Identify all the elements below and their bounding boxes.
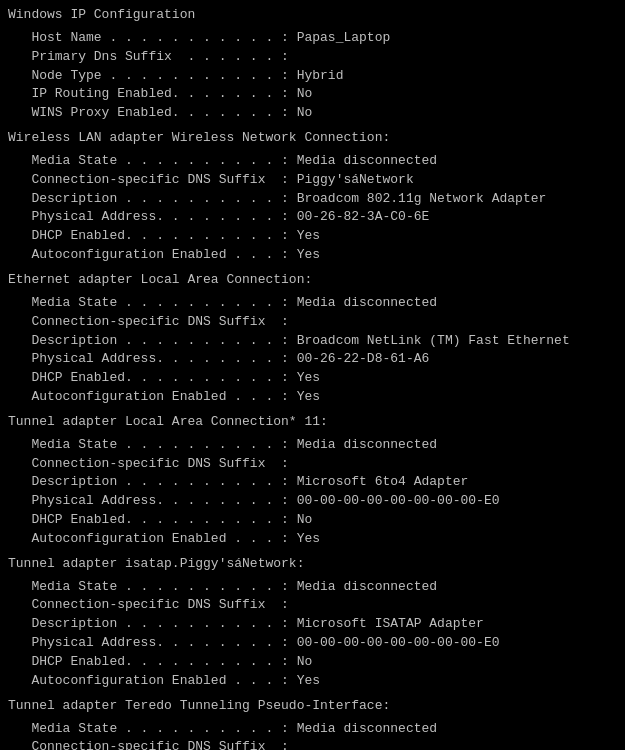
row-value: Media disconnected [289,436,437,455]
row-value: 00-00-00-00-00-00-00-00-E0 [289,492,500,511]
config-row: IP Routing Enabled. . . . . . . : No [8,85,617,104]
row-value: Yes [289,227,320,246]
row-label: Node Type . . . . . . . . . . . : [8,67,289,86]
config-row: Media State . . . . . . . . . . : Media … [8,578,617,597]
section-header: Wireless LAN adapter Wireless Network Co… [8,129,617,148]
row-value: No [289,653,312,672]
row-label: IP Routing Enabled. . . . . . . : [8,85,289,104]
config-row: Autoconfiguration Enabled . . . : Yes [8,530,617,549]
config-row: Description . . . . . . . . . . : Micros… [8,473,617,492]
row-value: Yes [289,369,320,388]
row-label: Primary Dns Suffix . . . . . . : [8,48,289,67]
row-label: DHCP Enabled. . . . . . . . . . : [8,511,289,530]
row-value: Media disconnected [289,152,437,171]
config-row: Connection-specific DNS Suffix : [8,455,617,474]
row-label: DHCP Enabled. . . . . . . . . . : [8,227,289,246]
blank-line [8,549,617,553]
row-label: Description . . . . . . . . . . : [8,190,289,209]
config-row: Physical Address. . . . . . . . : 00-26-… [8,208,617,227]
row-label: Media State . . . . . . . . . . : [8,152,289,171]
row-label: Description . . . . . . . . . . : [8,473,289,492]
row-value: Piggy'sáNetwork [289,171,414,190]
config-row: Autoconfiguration Enabled . . . : Yes [8,388,617,407]
terminal-window: Windows IP Configuration Host Name . . .… [8,6,617,750]
blank-line [8,123,617,127]
row-value: Media disconnected [289,720,437,739]
row-label: Autoconfiguration Enabled . . . : [8,246,289,265]
section-header: Tunnel adapter isatap.Piggy'sáNetwork: [8,555,617,574]
row-value: No [289,85,312,104]
row-label: Media State . . . . . . . . . . : [8,294,289,313]
row-label: Media State . . . . . . . . . . : [8,578,289,597]
config-row: DHCP Enabled. . . . . . . . . . : Yes [8,369,617,388]
row-value: Broadcom NetLink (TM) Fast Ethernet [289,332,570,351]
config-row: Connection-specific DNS Suffix : [8,313,617,332]
section-header: Windows IP Configuration [8,6,617,25]
config-row: Physical Address. . . . . . . . : 00-00-… [8,634,617,653]
row-value: Yes [289,246,320,265]
config-row: Media State . . . . . . . . . . : Media … [8,152,617,171]
row-value: Yes [289,672,320,691]
row-value: Media disconnected [289,294,437,313]
row-value: Hybrid [289,67,344,86]
row-label: Media State . . . . . . . . . . : [8,436,289,455]
blank-line [8,407,617,411]
config-row: WINS Proxy Enabled. . . . . . . : No [8,104,617,123]
blank-line [8,265,617,269]
section-header: Tunnel adapter Teredo Tunneling Pseudo-I… [8,697,617,716]
config-row: DHCP Enabled. . . . . . . . . . : No [8,511,617,530]
row-label: Physical Address. . . . . . . . : [8,350,289,369]
row-value: Broadcom 802.11g Network Adapter [289,190,546,209]
row-value: No [289,104,312,123]
config-row: Media State . . . . . . . . . . : Media … [8,436,617,455]
row-value: 00-26-82-3A-C0-6E [289,208,429,227]
row-label: Description . . . . . . . . . . : [8,332,289,351]
row-value: 00-00-00-00-00-00-00-00-E0 [289,634,500,653]
row-value: Yes [289,530,320,549]
row-label: Media State . . . . . . . . . . : [8,720,289,739]
config-row: Autoconfiguration Enabled . . . : Yes [8,672,617,691]
config-row: Physical Address. . . . . . . . : 00-00-… [8,492,617,511]
row-value: 00-26-22-D8-61-A6 [289,350,429,369]
row-label: Connection-specific DNS Suffix : [8,171,289,190]
config-row: DHCP Enabled. . . . . . . . . . : No [8,653,617,672]
row-label: Description . . . . . . . . . . : [8,615,289,634]
row-label: DHCP Enabled. . . . . . . . . . : [8,653,289,672]
row-value: No [289,511,312,530]
blank-line [8,691,617,695]
config-row: Media State . . . . . . . . . . : Media … [8,720,617,739]
row-label: Physical Address. . . . . . . . : [8,492,289,511]
row-label: Connection-specific DNS Suffix : [8,313,289,332]
config-row: Connection-specific DNS Suffix : [8,738,617,750]
row-label: Connection-specific DNS Suffix : [8,738,289,750]
config-row: Description . . . . . . . . . . : Broadc… [8,332,617,351]
config-row: Media State . . . . . . . . . . : Media … [8,294,617,313]
row-label: DHCP Enabled. . . . . . . . . . : [8,369,289,388]
row-label: Physical Address. . . . . . . . : [8,634,289,653]
config-row: Description . . . . . . . . . . : Micros… [8,615,617,634]
config-row: Connection-specific DNS Suffix : Piggy's… [8,171,617,190]
row-label: Autoconfiguration Enabled . . . : [8,530,289,549]
row-value: Papas_Laptop [289,29,390,48]
config-row: Host Name . . . . . . . . . . . : Papas_… [8,29,617,48]
row-label: WINS Proxy Enabled. . . . . . . : [8,104,289,123]
row-value: Media disconnected [289,578,437,597]
section-header: Tunnel adapter Local Area Connection* 11… [8,413,617,432]
row-value: Yes [289,388,320,407]
row-label: Connection-specific DNS Suffix : [8,455,289,474]
row-label: Host Name . . . . . . . . . . . : [8,29,289,48]
config-row: Physical Address. . . . . . . . : 00-26-… [8,350,617,369]
row-label: Physical Address. . . . . . . . : [8,208,289,227]
config-row: Node Type . . . . . . . . . . . : Hybrid [8,67,617,86]
config-row: DHCP Enabled. . . . . . . . . . : Yes [8,227,617,246]
row-label: Autoconfiguration Enabled . . . : [8,388,289,407]
config-row: Description . . . . . . . . . . : Broadc… [8,190,617,209]
config-row: Connection-specific DNS Suffix : [8,596,617,615]
row-label: Autoconfiguration Enabled . . . : [8,672,289,691]
section-header: Ethernet adapter Local Area Connection: [8,271,617,290]
row-value: Microsoft 6to4 Adapter [289,473,468,492]
row-label: Connection-specific DNS Suffix : [8,596,289,615]
config-row: Primary Dns Suffix . . . . . . : [8,48,617,67]
config-row: Autoconfiguration Enabled . . . : Yes [8,246,617,265]
row-value: Microsoft ISATAP Adapter [289,615,484,634]
